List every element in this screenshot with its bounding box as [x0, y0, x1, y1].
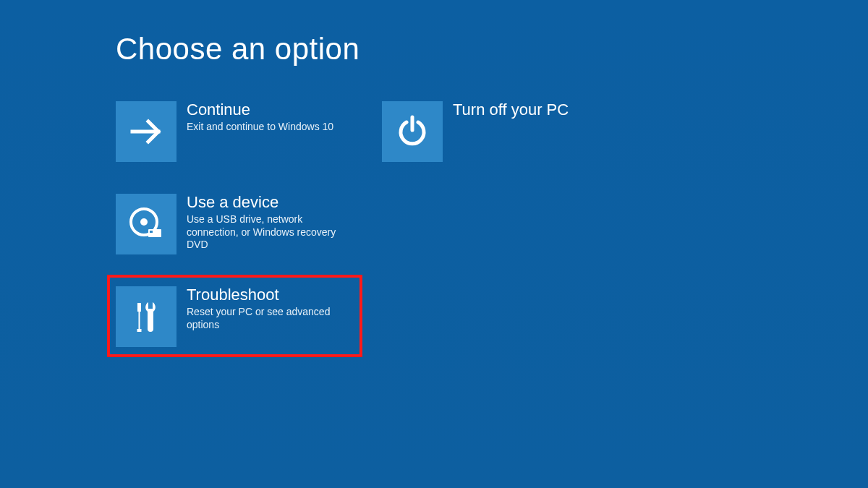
svg-point-2: [140, 218, 148, 226]
option-troubleshoot[interactable]: Troubleshoot Reset your PC or see advanc…: [116, 286, 369, 355]
option-troubleshoot-label: Troubleshoot Reset your PC or see advanc…: [187, 286, 353, 331]
svg-rect-8: [148, 301, 153, 309]
tools-icon: [127, 297, 166, 336]
option-troubleshoot-subtitle: Reset your PC or see advanced options: [187, 306, 353, 331]
winre-choose-option-screen: Choose an option Continue: [0, 0, 868, 488]
svg-rect-4: [150, 231, 153, 233]
option-turn-off-pc[interactable]: Turn off your PC: [382, 101, 635, 170]
option-continue-title: Continue: [187, 101, 333, 119]
option-continue[interactable]: Continue Exit and continue to Windows 10: [116, 101, 369, 170]
option-troubleshoot-tile: [116, 286, 176, 347]
svg-rect-3: [148, 229, 161, 237]
option-troubleshoot-title: Troubleshoot: [187, 286, 353, 304]
option-use-device[interactable]: Use a device Use a USB drive, network co…: [116, 194, 369, 262]
option-use-device-title: Use a device: [187, 194, 353, 211]
option-turn-off-pc-tile: [382, 101, 443, 162]
option-use-device-tile: [116, 194, 176, 254]
arrow-right-icon: [127, 112, 166, 151]
svg-rect-6: [139, 312, 140, 329]
svg-rect-5: [137, 303, 141, 312]
option-column-left: Continue Exit and continue to Windows 10: [116, 101, 369, 379]
option-continue-tile: [116, 101, 176, 162]
option-turn-off-pc-title: Turn off your PC: [453, 101, 569, 119]
disc-device-icon: [127, 205, 166, 244]
option-continue-subtitle: Exit and continue to Windows 10: [187, 121, 333, 134]
svg-rect-7: [137, 329, 142, 332]
option-turn-off-pc-label: Turn off your PC: [453, 101, 569, 121]
power-icon: [393, 112, 432, 151]
page-title: Choose an option: [116, 32, 359, 67]
option-column-right: Turn off your PC: [382, 101, 635, 194]
option-use-device-label: Use a device Use a USB drive, network co…: [187, 194, 353, 252]
option-use-device-subtitle: Use a USB drive, network connection, or …: [187, 213, 353, 252]
option-continue-label: Continue Exit and continue to Windows 10: [187, 101, 333, 134]
